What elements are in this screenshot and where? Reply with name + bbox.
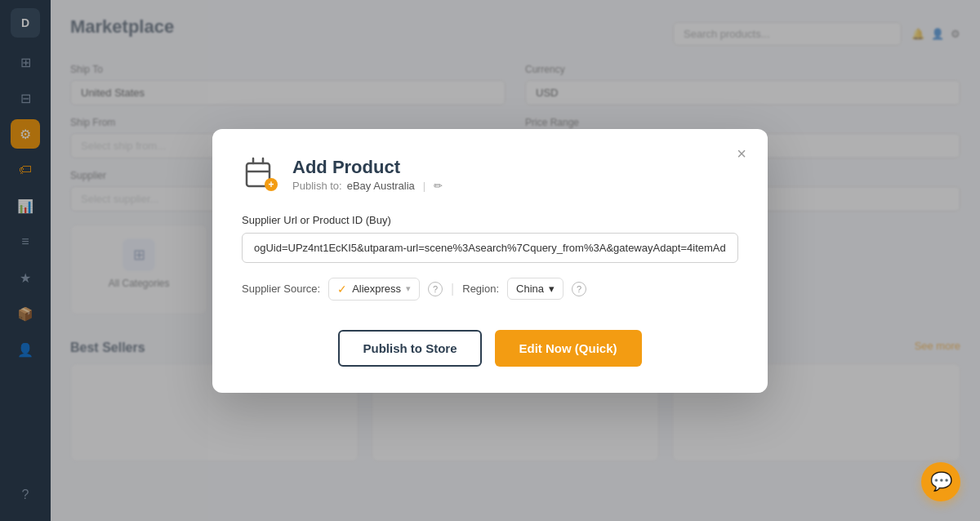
publish-to-store-button[interactable]: Publish to Store xyxy=(338,330,481,367)
subtitle-divider: | xyxy=(423,180,425,192)
supplier-source-label: Supplier Source: xyxy=(242,283,320,295)
supplier-dropdown[interactable]: ✓ Aliexpress ▾ xyxy=(328,278,420,301)
edit-platform-icon[interactable]: ✏ xyxy=(434,180,443,192)
chat-button[interactable]: 💬 xyxy=(921,462,960,501)
supplier-help-icon[interactable]: ? xyxy=(428,282,443,296)
modal-body: Supplier Url or Product ID (Buy) Supplie… xyxy=(242,214,738,301)
modal-title: Add Product xyxy=(292,157,443,178)
modal-header: + Add Product Publish to: eBay Australia… xyxy=(242,155,738,194)
supplier-name: Aliexpress xyxy=(352,283,401,295)
region-caret-icon: ▾ xyxy=(549,283,555,295)
edit-now-button[interactable]: Edit Now (Quick) xyxy=(495,330,642,367)
add-product-modal: × + Add Product Publish to: eBay Austral… xyxy=(212,129,768,393)
region-name: China xyxy=(516,283,544,295)
url-field-label: Supplier Url or Product ID (Buy) xyxy=(242,214,738,226)
modal-footer: Publish to Store Edit Now (Quick) xyxy=(242,330,738,367)
modal-title-group: Add Product Publish to: eBay Australia |… xyxy=(292,157,443,192)
svg-text:+: + xyxy=(268,179,274,190)
url-input[interactable] xyxy=(242,233,738,263)
supplier-caret-icon: ▾ xyxy=(406,283,411,294)
check-icon: ✓ xyxy=(337,283,347,296)
product-icon: + xyxy=(242,155,281,194)
modal-overlay: × + Add Product Publish to: eBay Austral… xyxy=(0,0,980,521)
modal-subtitle: Publish to: eBay Australia | ✏ xyxy=(292,180,443,192)
supplier-row: Supplier Source: ✓ Aliexpress ▾ ? | Regi… xyxy=(242,278,738,301)
region-label: Region: xyxy=(462,283,499,295)
row-divider: | xyxy=(451,282,454,296)
close-button[interactable]: × xyxy=(732,142,751,165)
platform-name: eBay Australia xyxy=(347,180,415,192)
publish-to-label: Publish to: xyxy=(292,180,342,192)
region-dropdown[interactable]: China ▾ xyxy=(507,278,564,300)
region-help-icon[interactable]: ? xyxy=(572,282,586,296)
chat-icon: 💬 xyxy=(930,471,952,492)
